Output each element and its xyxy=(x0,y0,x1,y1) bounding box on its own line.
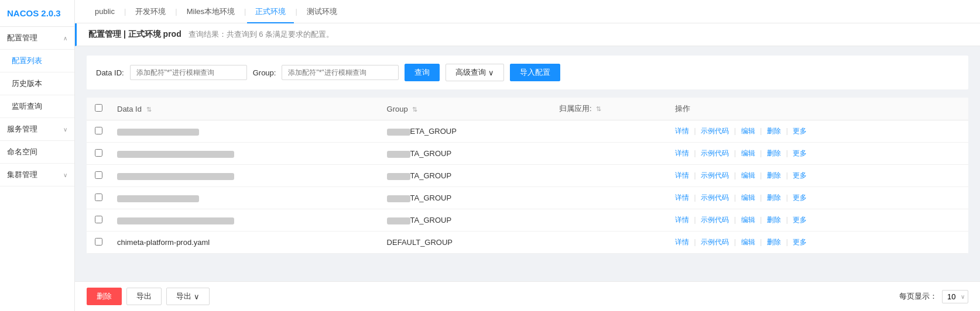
table-row: ETA_GROUP 详情 | 示例代码 | 编辑 | 删除 xyxy=(87,120,968,143)
per-page-label: 每页显示： xyxy=(899,291,937,302)
export-selected-button[interactable]: 导出 xyxy=(126,288,162,305)
tab-miles-local[interactable]: Miles本地环境 xyxy=(179,0,243,23)
blurred-data-id xyxy=(117,217,234,224)
per-page-select-wrap[interactable]: 10 20 50 xyxy=(942,290,968,303)
row-checkbox[interactable] xyxy=(95,149,102,157)
edit-link[interactable]: 编辑 xyxy=(741,149,755,157)
detail-link[interactable]: 详情 xyxy=(675,216,689,224)
blurred-data-id xyxy=(117,173,234,180)
more-link[interactable]: 更多 xyxy=(793,238,807,246)
query-button[interactable]: 查询 xyxy=(405,64,440,81)
detail-link[interactable]: 详情 xyxy=(675,238,689,246)
group-cell: TA_GROUP xyxy=(380,143,552,165)
delete-link[interactable]: 删除 xyxy=(767,171,781,179)
detail-link[interactable]: 详情 xyxy=(675,127,689,135)
export-all-button[interactable]: 导出 ∨ xyxy=(166,288,210,305)
edit-link[interactable]: 编辑 xyxy=(741,171,755,179)
table-row: TA_GROUP 详情 | 示例代码 | 编辑 | 删除 xyxy=(87,187,968,209)
data-id-input[interactable] xyxy=(130,65,247,80)
edit-link[interactable]: 编辑 xyxy=(741,193,755,202)
tab-dev-env[interactable]: 开发环境 xyxy=(127,0,174,23)
sidebar-item-namespace[interactable]: 命名空间 xyxy=(0,141,74,164)
sidebar-item-listen-query[interactable]: 监听查询 xyxy=(0,95,74,118)
import-config-button[interactable]: 导入配置 xyxy=(510,64,560,81)
select-all-checkbox[interactable] xyxy=(95,104,102,112)
table-row: TA_GROUP 详情 | 示例代码 | 编辑 | 删除 xyxy=(87,209,968,231)
detail-link[interactable]: 详情 xyxy=(675,193,689,202)
data-id-cell xyxy=(110,187,380,209)
action-cell: 详情 | 示例代码 | 编辑 | 删除 | 更多 xyxy=(668,120,968,143)
sample-code-link[interactable]: 示例代码 xyxy=(701,171,729,179)
edit-link[interactable]: 编辑 xyxy=(741,216,755,224)
sidebar-item-config-list[interactable]: 配置列表 xyxy=(0,50,74,72)
group-column-header[interactable]: Group ⇅ xyxy=(380,98,552,120)
pagination: 每页显示： 10 20 50 xyxy=(899,290,968,303)
more-link[interactable]: 更多 xyxy=(793,216,807,224)
action-cell: 详情 | 示例代码 | 编辑 | 删除 | 更多 xyxy=(668,165,968,187)
more-link[interactable]: 更多 xyxy=(793,193,807,202)
detail-link[interactable]: 详情 xyxy=(675,149,689,157)
more-link[interactable]: 更多 xyxy=(793,127,807,135)
action-links: 详情 | 示例代码 | 编辑 | 删除 | 更多 xyxy=(675,193,807,202)
row-checkbox-cell[interactable] xyxy=(87,143,110,165)
tab-test-env[interactable]: 测试环境 xyxy=(299,0,345,23)
sample-code-link[interactable]: 示例代码 xyxy=(701,238,729,246)
app-cell xyxy=(552,231,668,254)
sample-code-link[interactable]: 示例代码 xyxy=(701,127,729,135)
sidebar-item-cluster-mgmt[interactable]: 集群管理 ∨ xyxy=(0,164,74,186)
delete-link[interactable]: 删除 xyxy=(767,149,781,157)
group-cell: DEFAULT_GROUP xyxy=(380,231,552,254)
row-checkbox[interactable] xyxy=(95,238,102,246)
select-all-header[interactable] xyxy=(87,98,110,120)
row-checkbox[interactable] xyxy=(95,171,102,179)
row-checkbox-cell[interactable] xyxy=(87,165,110,187)
advanced-query-button[interactable]: 高级查询 ∨ xyxy=(446,64,504,81)
data-id-cell xyxy=(110,165,380,187)
row-checkbox[interactable] xyxy=(95,127,102,134)
action-cell: 详情 | 示例代码 | 编辑 | 删除 | 更多 xyxy=(668,143,968,165)
row-checkbox-cell[interactable] xyxy=(87,231,110,254)
group-cell: TA_GROUP xyxy=(380,209,552,231)
more-link[interactable]: 更多 xyxy=(793,149,807,157)
sidebar-item-history[interactable]: 历史版本 xyxy=(0,72,74,95)
group-input[interactable] xyxy=(282,65,399,80)
detail-link[interactable]: 详情 xyxy=(675,171,689,179)
app-column-header[interactable]: 归属应用: ⇅ xyxy=(552,98,668,120)
row-checkbox[interactable] xyxy=(95,216,102,223)
blurred-group-prefix xyxy=(387,151,410,158)
group-text: DEFAULT_GROUP xyxy=(387,238,453,247)
row-checkbox[interactable] xyxy=(95,193,102,201)
sample-code-link[interactable]: 示例代码 xyxy=(701,216,729,224)
batch-delete-button[interactable]: 删除 xyxy=(87,288,122,305)
more-link[interactable]: 更多 xyxy=(793,171,807,179)
tab-prod-env[interactable]: 正式环境 xyxy=(247,0,294,23)
blurred-data-id xyxy=(117,195,199,202)
data-id-cell xyxy=(110,120,380,143)
app-cell xyxy=(552,165,668,187)
row-checkbox-cell[interactable] xyxy=(87,187,110,209)
blurred-group-prefix xyxy=(387,195,410,202)
data-id-label: Data ID: xyxy=(96,68,124,77)
action-cell: 详情 | 示例代码 | 编辑 | 删除 | 更多 xyxy=(668,187,968,209)
per-page-select[interactable]: 10 20 50 xyxy=(942,290,968,303)
tab-public[interactable]: public xyxy=(87,0,123,23)
app-cell xyxy=(552,120,668,143)
data-id-cell xyxy=(110,209,380,231)
row-checkbox-cell[interactable] xyxy=(87,120,110,143)
sidebar-item-service-mgmt[interactable]: 服务管理 ∨ xyxy=(0,118,74,141)
sample-code-link[interactable]: 示例代码 xyxy=(701,193,729,202)
sidebar-item-config-mgmt[interactable]: 配置管理 ∧ xyxy=(0,27,74,50)
edit-link[interactable]: 编辑 xyxy=(741,127,755,135)
search-bar: Data ID: Group: 查询 高级查询 ∨ 导入配置 xyxy=(87,56,968,89)
sample-code-link[interactable]: 示例代码 xyxy=(701,149,729,157)
delete-link[interactable]: 删除 xyxy=(767,127,781,135)
row-checkbox-cell[interactable] xyxy=(87,209,110,231)
delete-link[interactable]: 删除 xyxy=(767,193,781,202)
chevron-down-icon: ∨ xyxy=(63,126,67,133)
action-cell: 详情 | 示例代码 | 编辑 | 删除 | 更多 xyxy=(668,231,968,254)
edit-link[interactable]: 编辑 xyxy=(741,238,755,246)
data-id-column-header[interactable]: Data Id ⇅ xyxy=(110,98,380,120)
delete-link[interactable]: 删除 xyxy=(767,238,781,246)
delete-link[interactable]: 删除 xyxy=(767,216,781,224)
app-cell xyxy=(552,187,668,209)
